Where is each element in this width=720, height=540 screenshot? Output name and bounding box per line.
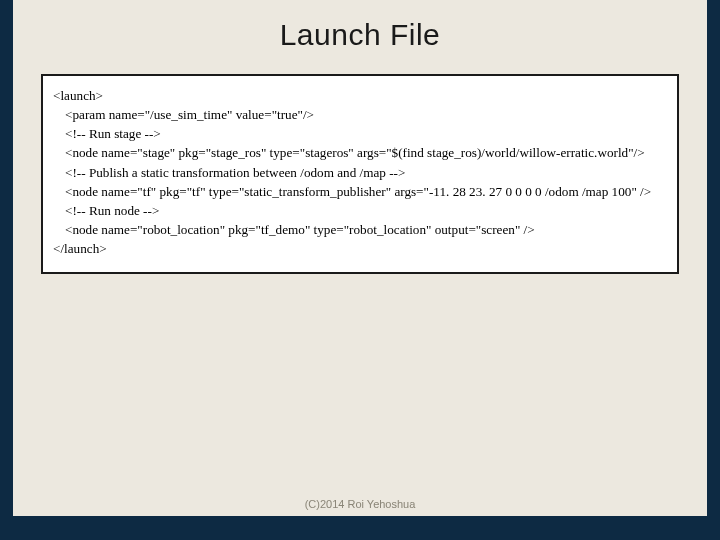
code-line: <!-- Publish a static transformation bet… [53, 163, 667, 182]
code-line: </launch> [53, 239, 667, 258]
code-line: <param name="/use_sim_time" value="true"… [53, 105, 667, 124]
footer-copyright: (C)2014 Roi Yehoshua [13, 498, 707, 510]
code-line: <node name="stage" pkg="stage_ros" type=… [53, 143, 667, 162]
code-box: <launch> <param name="/use_sim_time" val… [41, 74, 679, 274]
code-line: <!-- Run stage --> [53, 124, 667, 143]
code-line: <node name="robot_location" pkg="tf_demo… [53, 220, 667, 239]
code-line: <!-- Run node --> [53, 201, 667, 220]
slide: Launch File <launch> <param name="/use_s… [13, 0, 707, 516]
code-line: <launch> [53, 86, 667, 105]
page-title: Launch File [13, 0, 707, 74]
code-line: <node name="tf" pkg="tf" type="static_tr… [53, 182, 667, 201]
